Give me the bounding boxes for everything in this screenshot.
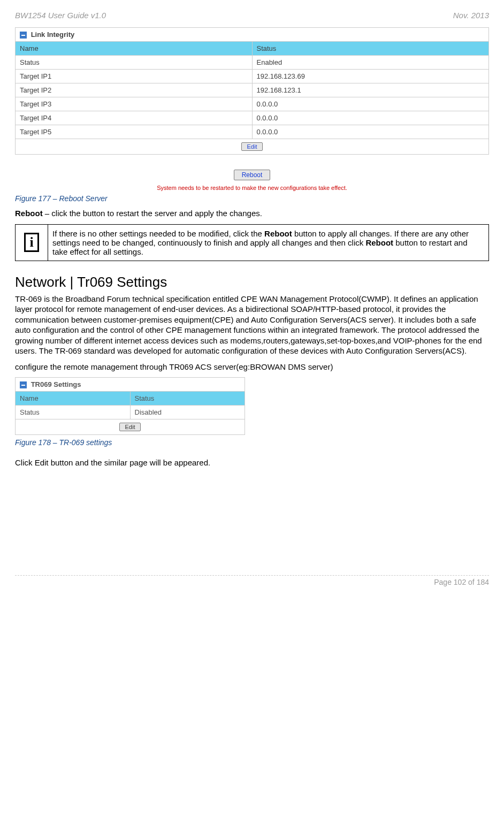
cell-name: Target IP3 [16, 97, 253, 111]
table-row: StatusEnabled [16, 56, 489, 70]
info-icon: i [24, 233, 39, 252]
section-heading: Network | Tr069 Settings [15, 274, 489, 291]
col-name: Name [16, 42, 253, 56]
cell-value: 0.0.0.0 [252, 125, 489, 139]
table-row: Target IP40.0.0.0 [16, 111, 489, 125]
cell-name: Target IP4 [16, 111, 253, 125]
info-t1: If there is no other settings needed to … [52, 229, 264, 238]
tr069-settings-table: TR069 Settings Name Status Status Disabl… [15, 377, 245, 435]
table-row: Target IP50.0.0.0 [16, 125, 489, 139]
collapse-icon [20, 32, 27, 39]
cell-value: Enabled [252, 56, 489, 70]
doc-date: Nov. 2013 [453, 11, 489, 20]
info-b2: Reboot [365, 238, 393, 247]
tr069-paragraph-2: configure the remote management through … [15, 362, 489, 372]
info-box: i If there is no other settings needed t… [15, 224, 489, 261]
table-row: Target IP2192.168.123.1 [16, 83, 489, 97]
edit-row: Edit [16, 139, 489, 155]
cell-name: Status [16, 406, 131, 419]
edit-row: Edit [16, 419, 245, 435]
info-icon-cell: i [16, 224, 48, 261]
cell-name: Target IP5 [16, 125, 253, 139]
cell-name: Status [16, 56, 253, 70]
edit-button[interactable]: Edit [241, 142, 263, 151]
info-b1: Reboot [264, 229, 292, 238]
cell-value: 0.0.0.0 [252, 97, 489, 111]
tr069-title: TR069 Settings [31, 380, 81, 388]
edit-button[interactable]: Edit [119, 423, 141, 431]
figure-177-caption: Figure 177 – Reboot Server [15, 194, 489, 203]
reboot-block: Reboot System needs to be restarted to m… [15, 170, 489, 191]
cell-value: 192.168.123.1 [252, 83, 489, 97]
cell-value: 192.168.123.69 [252, 70, 489, 83]
col-status: Status [252, 42, 489, 56]
tr069-title-cell: TR069 Settings [16, 378, 245, 392]
table-row: Status Disabled [16, 406, 245, 419]
footer-divider [15, 575, 489, 576]
doc-title: BW1254 User Guide v1.0 [15, 11, 106, 20]
reboot-rest: – click the button to restart the server… [43, 209, 262, 218]
figure-178-caption: Figure 178 – TR-069 settings [15, 438, 489, 447]
cell-value: Disabled [130, 406, 245, 419]
cell-name: Target IP2 [16, 83, 253, 97]
restart-note: System needs to be restarted to make the… [15, 185, 489, 191]
col-name: Name [16, 392, 131, 406]
page-header: BW1254 User Guide v1.0 Nov. 2013 [15, 11, 489, 20]
table-row: Target IP1192.168.123.69 [16, 70, 489, 83]
table-row: Target IP30.0.0.0 [16, 97, 489, 111]
cell-value: 0.0.0.0 [252, 111, 489, 125]
reboot-bold: Reboot [15, 209, 43, 218]
cell-name: Target IP1 [16, 70, 253, 83]
reboot-button[interactable]: Reboot [234, 170, 271, 180]
link-integrity-title-cell: Link Integrity [16, 28, 489, 42]
reboot-description: Reboot – click the button to restart the… [15, 208, 489, 219]
link-integrity-table: Link Integrity Name Status StatusEnabled… [15, 27, 489, 155]
col-status: Status [130, 392, 245, 406]
page-footer: Page 102 of 184 [15, 578, 489, 586]
tr069-paragraph: TR-069 is the Broadband Forum technical … [15, 294, 489, 356]
link-integrity-title: Link Integrity [31, 30, 75, 39]
info-text: If there is no other settings needed to … [48, 224, 489, 261]
click-edit-text: Click Edit button and the similar page w… [15, 457, 489, 468]
collapse-icon [20, 381, 27, 388]
